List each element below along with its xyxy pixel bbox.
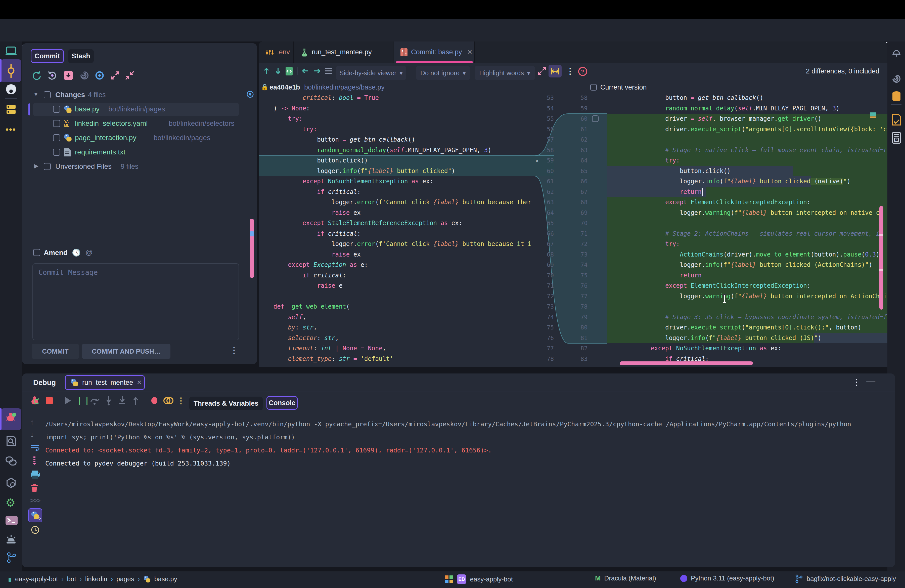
breadcrumb-item[interactable]: pages	[116, 575, 134, 583]
file-check-stripe-icon[interactable]	[891, 114, 902, 126]
changes-list-button[interactable]	[324, 67, 333, 75]
print-button[interactable]	[30, 470, 40, 479]
console-output[interactable]: /Users/miroslavpeskov/Desktop/EasyWork/e…	[45, 418, 890, 564]
tree-file-linkedin_selectors.yaml[interactable]: YAML linkedin_selectors.yaml bot/linkedi…	[22, 117, 257, 131]
more-tool-windows-icon[interactable]: •••	[6, 124, 16, 134]
commit-and-push-button[interactable]: COMMIT AND PUSH…	[82, 344, 170, 359]
horizontal-scrollbar-thumb[interactable]	[620, 361, 753, 365]
python-console-button-active[interactable]: >	[28, 508, 42, 522]
shelve-icon[interactable]	[64, 70, 73, 81]
ai-commit-icon[interactable]	[79, 70, 89, 81]
rollback-icon[interactable]	[47, 70, 57, 81]
soft-wrap-button[interactable]	[30, 443, 40, 452]
pause-button[interactable]: ❘❘	[76, 395, 91, 406]
file-checkbox[interactable]	[53, 134, 60, 141]
diff-settings-kebab[interactable]: ⋮	[566, 67, 574, 76]
breadcrumb[interactable]: easy-apply-bot›bot›linkedin›pages›base.p…	[15, 575, 177, 583]
tree-file-page_interaction.py[interactable]: page_interaction.py bot/linkedin/pages	[22, 131, 257, 145]
breadcrumb-item[interactable]: linkedin	[85, 575, 107, 583]
unversioned-checkbox[interactable]	[44, 163, 51, 170]
tab-env[interactable]: .env	[259, 41, 294, 63]
breadcrumb-item[interactable]: bot	[67, 575, 76, 583]
highlight-dropdown[interactable]: Highlight words▾	[475, 66, 535, 80]
preview-diff-icon[interactable]	[95, 70, 105, 81]
diff-left-pane[interactable]: critical: bool = True ) -> None: try: tr…	[259, 93, 535, 367]
minimize-icon[interactable]: —	[866, 376, 875, 386]
database-stripe-icon[interactable]	[891, 91, 902, 102]
refresh-icon[interactable]	[31, 70, 41, 81]
prev-change-button[interactable]	[301, 67, 310, 75]
problems-stripe-icon[interactable]	[6, 534, 17, 545]
project-stripe-icon[interactable]	[6, 46, 17, 56]
statusbar-project[interactable]: easy-apply-bot	[470, 575, 513, 583]
include-change-checkbox[interactable]	[592, 116, 599, 122]
changes-checkbox[interactable]	[44, 91, 51, 99]
file-checkbox[interactable]	[53, 149, 60, 156]
collapsed-arrow-icon[interactable]: ▶	[34, 163, 38, 169]
amend-checkbox[interactable]	[33, 249, 40, 256]
services-stripe-icon[interactable]	[6, 104, 17, 115]
tab-commit-base-py[interactable]: Commit: base.py ✕	[394, 41, 475, 63]
python-console-stripe-icon[interactable]	[6, 456, 17, 467]
view-breakpoints-button[interactable]	[162, 395, 175, 406]
expand-arrow-icon[interactable]: ▼	[33, 91, 39, 98]
python-packages-stripe-icon[interactable]	[6, 477, 17, 488]
find-stripe-icon[interactable]	[6, 435, 17, 447]
up-stack-trace-button[interactable]: ↑	[30, 418, 34, 426]
commit-options-kebab[interactable]: ⋮	[230, 345, 238, 355]
next-change-button[interactable]	[312, 67, 321, 75]
tab-threads-variables[interactable]: Threads & Variables	[189, 397, 263, 410]
theme-widget[interactable]: M Dracula (Material)	[595, 574, 656, 582]
console-history-button[interactable]	[30, 525, 40, 534]
help-button[interactable]: ?	[578, 67, 588, 76]
close-icon[interactable]: ✕	[137, 379, 142, 386]
expand-all-icon[interactable]	[110, 70, 120, 81]
github-stripe-icon[interactable]	[6, 84, 17, 95]
show-prompt-button[interactable]: >>>	[30, 497, 40, 504]
step-into-button[interactable]	[103, 395, 114, 406]
close-icon[interactable]: ✕	[467, 48, 473, 56]
debug-stripe-icon[interactable]	[6, 412, 17, 423]
ignore-dropdown[interactable]: Do not ignore▾	[416, 66, 470, 80]
commit-message-input[interactable]: Commit Message	[32, 263, 239, 340]
viewer-dropdown[interactable]: Side-by-side viewer▾	[336, 66, 406, 80]
collapse-unchanged-button[interactable]	[537, 67, 546, 75]
settings-stripe-icon[interactable]: ⚙	[6, 497, 15, 508]
preview-diff-gutter-icon[interactable]	[246, 91, 254, 98]
tab-console[interactable]: Console	[267, 396, 298, 410]
debug-more-kebab[interactable]: ⋮	[177, 395, 185, 406]
run-to-cursor-button[interactable]	[130, 395, 141, 406]
scroll-to-end-button[interactable]	[30, 456, 39, 465]
tab-commit[interactable]: Commit	[31, 49, 64, 63]
commit-stripe-icon[interactable]	[6, 64, 17, 78]
mute-breakpoints-button[interactable]	[149, 395, 160, 406]
ai-assistant-icon[interactable]	[891, 74, 902, 84]
history-clock-icon[interactable]: 🕓	[72, 248, 81, 257]
step-over-button[interactable]	[89, 395, 100, 406]
tab-stash[interactable]: Stash	[68, 49, 94, 63]
debug-options-kebab[interactable]: ⋮	[852, 377, 861, 387]
commit-button[interactable]: COMMIT	[32, 344, 79, 359]
revision-hash[interactable]: ea404e1b	[270, 84, 300, 91]
clear-console-button[interactable]	[30, 483, 39, 493]
jump-to-source-button[interactable]	[285, 67, 293, 76]
step-out-button[interactable]	[117, 395, 128, 406]
tree-file-requirements.txt[interactable]: requirements.txt	[22, 145, 257, 160]
window-grid-icon[interactable]	[445, 575, 453, 583]
diff-right-pane[interactable]: button = get_btn_callback() random_norma…	[607, 93, 888, 367]
git-stripe-icon[interactable]	[6, 552, 17, 563]
file-checkbox[interactable]	[53, 120, 60, 127]
debug-session-tab[interactable]: run_test_mentee ✕	[65, 375, 145, 390]
diff-left-scroll-stripe[interactable]	[250, 219, 254, 278]
file-checkbox[interactable]	[53, 106, 60, 113]
rerun-debug-button[interactable]	[30, 395, 41, 406]
current-version-checkbox[interactable]	[590, 84, 597, 91]
terminal-stripe-icon[interactable]	[6, 516, 17, 526]
prev-difference-button[interactable]	[262, 67, 271, 75]
diff-code-area[interactable]: critical: bool = True ) -> None: try: tr…	[259, 93, 888, 367]
tab-run-test-mentee[interactable]: run_test_mentee.py	[294, 41, 394, 63]
tree-file-base.py[interactable]: base.py bot/linkedin/pages	[22, 102, 257, 117]
breadcrumb-item[interactable]: easy-apply-bot	[15, 575, 58, 583]
tree-group-unversioned[interactable]: ▶ Unversioned Files 9 files	[22, 160, 257, 174]
scrollbar-thumb[interactable]	[880, 206, 883, 310]
